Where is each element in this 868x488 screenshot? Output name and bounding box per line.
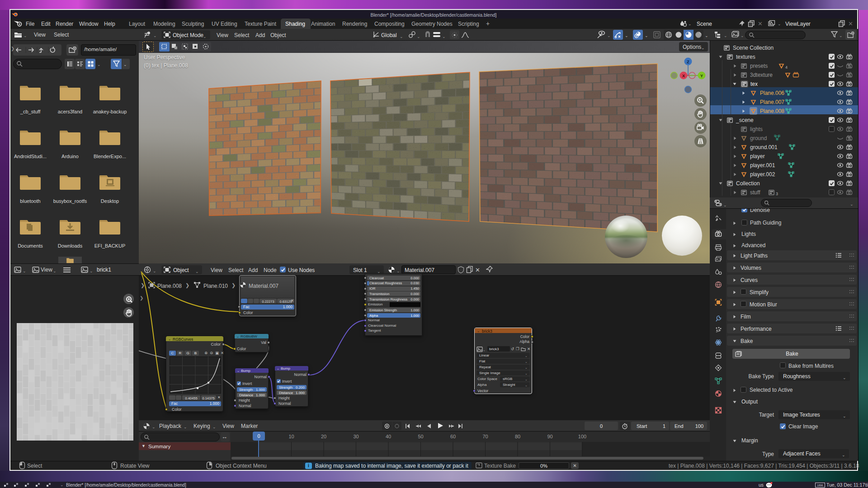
svg-text:X: X <box>682 74 685 78</box>
svg-text:Y: Y <box>700 74 703 78</box>
svg-text:Z: Z <box>687 60 689 64</box>
